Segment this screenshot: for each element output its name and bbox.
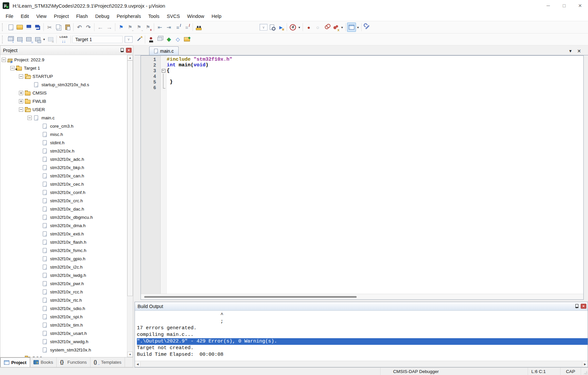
tree-expander[interactable] bbox=[36, 182, 40, 186]
tree-item[interactable]: stm32f10x_tim.h bbox=[0, 321, 127, 329]
breakpoint-kill-all-icon[interactable] bbox=[331, 23, 340, 32]
tree-item[interactable]: stm32f10x_gpio.h bbox=[0, 255, 127, 263]
tree-expander[interactable] bbox=[36, 132, 40, 137]
cut-icon[interactable] bbox=[45, 23, 54, 32]
tree-expander[interactable] bbox=[36, 331, 40, 336]
load-icon[interactable] bbox=[58, 35, 69, 44]
tree-expander[interactable] bbox=[36, 232, 40, 236]
menu-item[interactable]: Window bbox=[184, 11, 208, 21]
tree-expander[interactable] bbox=[36, 306, 40, 311]
nav-forward-icon[interactable] bbox=[105, 23, 114, 32]
close-button[interactable]: × bbox=[572, 0, 588, 11]
uncomment-icon[interactable] bbox=[182, 23, 191, 32]
tree-item[interactable]: stm32f10x_dma.h bbox=[0, 221, 127, 230]
code-line[interactable]: 6 bbox=[141, 85, 583, 91]
tree-expander[interactable] bbox=[36, 298, 40, 302]
tree-item[interactable]: stm32f10x_bkp.h bbox=[0, 163, 127, 172]
window-layout-icon[interactable] bbox=[347, 23, 356, 32]
tree-expander[interactable] bbox=[36, 348, 40, 352]
tree-item[interactable]: STARTUP bbox=[0, 72, 127, 81]
select-packs-icon[interactable] bbox=[173, 35, 182, 44]
dropdown-arrow-icon[interactable] bbox=[340, 23, 344, 32]
menu-item[interactable]: Debug bbox=[91, 11, 113, 21]
tree-item[interactable]: USER bbox=[0, 105, 127, 114]
tree-expander[interactable] bbox=[36, 157, 40, 161]
menu-item[interactable]: File bbox=[2, 11, 17, 21]
dropdown-arrow-icon[interactable] bbox=[297, 23, 301, 32]
build-output-line[interactable]: ".\Output\2022.9" - 429 Error(s), 0 Warn… bbox=[137, 338, 588, 345]
tree-expander[interactable] bbox=[36, 190, 40, 195]
build-output-hscrollbar[interactable]: ◀ ▶ bbox=[135, 361, 588, 367]
rebuild-icon[interactable] bbox=[24, 35, 33, 44]
tab-list-dropdown-icon[interactable]: ▼ bbox=[566, 47, 575, 55]
tree-item[interactable]: DOC bbox=[0, 354, 127, 357]
tree-item[interactable]: stm32f10x_crc.h bbox=[0, 197, 127, 205]
tree-item[interactable]: stm32f10x_can.h bbox=[0, 172, 127, 180]
bookmark-next-icon[interactable] bbox=[135, 23, 144, 32]
comment-icon[interactable] bbox=[173, 23, 182, 32]
tree-expander[interactable] bbox=[36, 124, 40, 128]
code-line[interactable]: 1#include "stm32f10x.h" bbox=[141, 57, 583, 62]
scroll-down-icon[interactable]: ▼ bbox=[127, 352, 133, 357]
tree-expander[interactable] bbox=[28, 116, 32, 120]
build-target-icon[interactable] bbox=[15, 35, 24, 44]
batch-build-icon[interactable] bbox=[33, 35, 42, 44]
breakpoint-disable-all-icon[interactable] bbox=[322, 23, 331, 32]
fold-collapse-icon[interactable] bbox=[159, 68, 167, 74]
open-folder-icon[interactable] bbox=[15, 23, 24, 32]
tree-item[interactable]: stm32f10x_pwr.h bbox=[0, 280, 127, 288]
build-output-close-icon[interactable]: × bbox=[581, 304, 586, 309]
unindent-icon[interactable] bbox=[155, 23, 164, 32]
code-line[interactable]: 2int main(void) bbox=[141, 62, 583, 68]
breakpoint-toggle-icon[interactable] bbox=[304, 23, 313, 32]
tree-expander[interactable] bbox=[36, 240, 40, 244]
undo-icon[interactable] bbox=[75, 23, 84, 32]
tree-item[interactable]: Project: 2022.9 bbox=[0, 56, 127, 64]
tree-expander[interactable] bbox=[36, 141, 40, 145]
tree-expander[interactable] bbox=[36, 265, 40, 269]
search-doc-icon[interactable] bbox=[267, 23, 276, 32]
tree-expander[interactable] bbox=[36, 223, 40, 228]
find-combobox[interactable] bbox=[260, 24, 267, 31]
project-tree-scrollbar[interactable]: ▲ ▼ bbox=[127, 55, 133, 357]
bookmark-toggle-icon[interactable] bbox=[117, 23, 126, 32]
tree-expander[interactable] bbox=[36, 248, 40, 253]
tree-item[interactable]: stm32f10x_rcc.h bbox=[0, 288, 127, 296]
build-output-line[interactable]: Target not created. bbox=[137, 345, 588, 351]
tree-item[interactable]: misc.h bbox=[0, 130, 127, 139]
tree-expander[interactable] bbox=[36, 199, 40, 203]
editor-tab-main-c[interactable]: main.c bbox=[149, 46, 179, 55]
pin-icon[interactable] bbox=[120, 48, 124, 53]
build-output-line[interactable]: Build Time Elapsed: 00:00:08 bbox=[137, 351, 588, 358]
tree-expander[interactable] bbox=[19, 107, 23, 112]
tree-item[interactable]: stm32f10x_sdio.h bbox=[0, 304, 127, 313]
scroll-right-icon[interactable]: ▶ bbox=[582, 361, 588, 367]
project-panel-close-icon[interactable]: × bbox=[126, 48, 132, 53]
build-output-line[interactable]: 17 errors generated. bbox=[137, 325, 588, 332]
tree-expander[interactable] bbox=[36, 174, 40, 178]
tree-item[interactable]: stm32f10x_adc.h bbox=[0, 155, 127, 163]
minimize-button[interactable]: ─ bbox=[540, 0, 556, 11]
resize-grip[interactable] bbox=[581, 368, 588, 375]
panel-tab[interactable]: Books bbox=[30, 357, 57, 367]
tree-expander[interactable] bbox=[36, 215, 40, 219]
manage-rte-icon[interactable] bbox=[164, 35, 173, 44]
tree-expander[interactable] bbox=[36, 290, 40, 294]
toolbar-grip[interactable] bbox=[2, 23, 4, 31]
tree-item[interactable]: Target 1 bbox=[0, 64, 127, 72]
manage-books-icon[interactable] bbox=[155, 35, 164, 44]
dropdown-arrow-icon[interactable] bbox=[356, 23, 360, 32]
menu-item[interactable]: Edit bbox=[17, 11, 32, 21]
tree-expander[interactable] bbox=[19, 74, 23, 79]
panel-tab[interactable]: Project bbox=[0, 357, 30, 367]
redo-icon[interactable] bbox=[84, 23, 93, 32]
panel-tab[interactable]: Templates bbox=[90, 357, 125, 367]
tree-item[interactable]: stdint.h bbox=[0, 139, 127, 147]
tree-item[interactable]: stm32f10x_flash.h bbox=[0, 238, 127, 246]
build-output-line[interactable]: ; bbox=[137, 318, 588, 325]
save-file-icon[interactable] bbox=[24, 23, 33, 32]
tree-item[interactable]: stm32f10x_iwdg.h bbox=[0, 271, 127, 280]
menu-item[interactable]: Flash bbox=[73, 11, 91, 21]
maximize-button[interactable]: □ bbox=[556, 0, 572, 11]
tree-expander[interactable] bbox=[36, 281, 40, 286]
